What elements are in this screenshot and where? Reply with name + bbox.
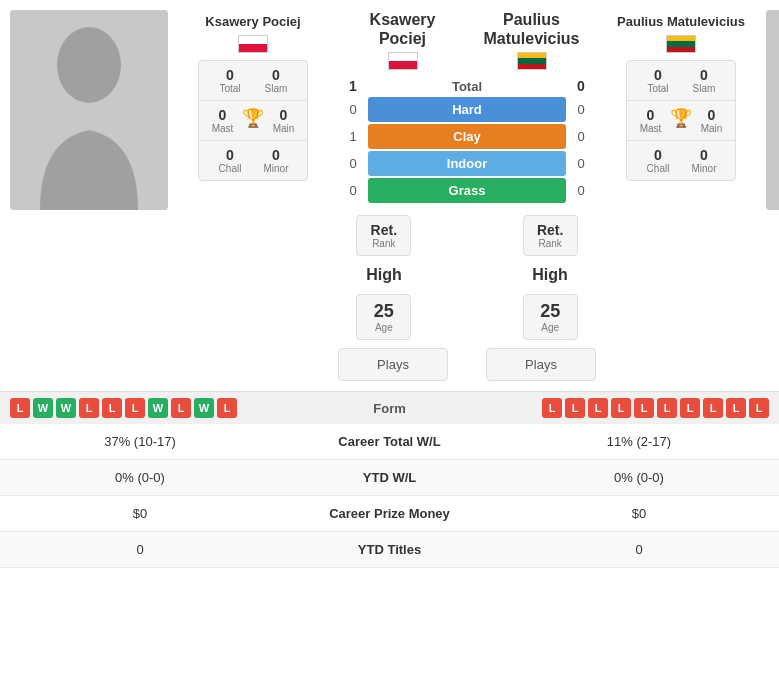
stats-row-2: $0 Career Prize Money $0 xyxy=(0,496,779,532)
surface-right-score: 0 xyxy=(566,183,596,198)
rank-right-box: Ret. Rank xyxy=(523,215,578,256)
player-right-total-cell: 0 Total xyxy=(635,67,681,94)
form-badges-right: LLLLLLLLLL xyxy=(542,398,769,418)
player-left-total-val: 0 xyxy=(226,67,234,83)
stats-row-1: 0% (0-0) YTD W/L 0% (0-0) xyxy=(0,460,779,496)
trophy-right-icon: 🏆 xyxy=(666,107,696,134)
form-badge-right: L xyxy=(588,398,608,418)
player-right-minor-lbl: Minor xyxy=(691,163,716,174)
surface-row-clay: 1 Clay 0 xyxy=(338,124,596,149)
form-badge-right: L xyxy=(749,398,769,418)
form-badge-right: L xyxy=(657,398,677,418)
player-right-mast-lbl: Mast xyxy=(640,123,662,134)
player-left-mast-val: 0 xyxy=(219,107,227,123)
rank-left-val: Ret. xyxy=(367,222,400,238)
surface-right-score: 0 xyxy=(566,102,596,117)
svg-rect-2 xyxy=(766,10,779,210)
player-left-slam-val: 0 xyxy=(272,67,280,83)
player-left-slam-cell: 0 Slam xyxy=(253,67,299,94)
player-right-main-lbl: Main xyxy=(701,123,723,134)
age-right-val: 25 xyxy=(534,301,567,322)
surface-row-grass: 0 Grass 0 xyxy=(338,178,596,203)
plays-right-box: Plays xyxy=(486,348,596,381)
player-left-main-lbl: Main xyxy=(273,123,295,134)
rank-high-row: Ret. Rank Ret. Rank xyxy=(338,211,596,256)
player-right-chall-cell: 0 Chall xyxy=(635,147,681,174)
player-left-minor-lbl: Minor xyxy=(263,163,288,174)
total-label: Total xyxy=(368,79,566,94)
player-right-slam-lbl: Slam xyxy=(693,83,716,94)
player-right-chall-lbl: Chall xyxy=(647,163,670,174)
surface-rows: 0 Hard 0 1 Clay 0 0 Indoor 0 0 Grass 0 xyxy=(338,97,596,205)
stat-right-val: $0 xyxy=(499,506,779,521)
player-left-stats-box: 0 Total 0 Slam 0 Mast 🏆 xyxy=(198,60,308,181)
stats-table: 37% (10-17) Career Total W/L 11% (2-17) … xyxy=(0,424,779,568)
player-left-mast-lbl: Mast xyxy=(212,123,234,134)
surface-btn[interactable]: Indoor xyxy=(368,151,566,176)
high-row: High High xyxy=(338,260,596,290)
player-left-chall-cell: 0 Chall xyxy=(207,147,253,174)
total-row: 1 Total 0 xyxy=(338,78,596,94)
player-right-mast-val: 0 xyxy=(647,107,655,123)
player-right-chall-val: 0 xyxy=(654,147,662,163)
form-badge-left: L xyxy=(217,398,237,418)
plays-left-box: Plays xyxy=(338,348,448,381)
form-badge-left: W xyxy=(56,398,76,418)
stat-right-val: 11% (2-17) xyxy=(499,434,779,449)
player-right-slam-cell: 0 Slam xyxy=(681,67,727,94)
player-right-photo xyxy=(766,10,779,210)
form-badge-right: L xyxy=(703,398,723,418)
stats-row-0: 37% (10-17) Career Total W/L 11% (2-17) xyxy=(0,424,779,460)
flag-pl-center xyxy=(388,52,418,70)
surface-left-score: 0 xyxy=(338,183,368,198)
player-left-total-cell: 0 Total xyxy=(207,67,253,94)
rank-right-lbl: Rank xyxy=(534,238,567,249)
top-section: Ksawery Pociej 0 Total 0 Slam xyxy=(0,0,779,381)
form-badge-left: L xyxy=(79,398,99,418)
form-badge-left: L xyxy=(102,398,122,418)
rank-left-lbl: Rank xyxy=(367,238,400,249)
player-names-row: Ksawery Pociej Paulius Matulevicius xyxy=(338,10,596,48)
player-right-info: Paulius Matulevicius 0 Total 0 Slam xyxy=(602,10,760,381)
svg-point-1 xyxy=(57,27,121,103)
player-left-slam-lbl: Slam xyxy=(265,83,288,94)
player-left-mast-cell: 0 Mast xyxy=(207,107,238,134)
player-right-mast-main-row: 0 Mast 🏆 0 Main xyxy=(627,101,735,141)
form-badge-right: L xyxy=(542,398,562,418)
form-badge-right: L xyxy=(611,398,631,418)
trophy-left-icon: 🏆 xyxy=(238,107,268,134)
player-right-flag xyxy=(666,35,696,56)
form-badge-left: W xyxy=(33,398,53,418)
stat-right-val: 0% (0-0) xyxy=(499,470,779,485)
player-right-slam-val: 0 xyxy=(700,67,708,83)
surface-btn[interactable]: Grass xyxy=(368,178,566,203)
flags-row xyxy=(338,52,596,70)
high-left: High xyxy=(356,260,412,290)
form-badge-left: W xyxy=(148,398,168,418)
player-left-chall-val: 0 xyxy=(226,147,234,163)
stat-label: Career Total W/L xyxy=(280,434,499,449)
surface-btn[interactable]: Clay xyxy=(368,124,566,149)
flag-lt-icon xyxy=(666,35,696,53)
total-right-score: 0 xyxy=(566,78,596,94)
rank-left-box: Ret. Rank xyxy=(356,215,411,256)
form-section: LWWLLLWLWL Form LLLLLLLLLL xyxy=(0,391,779,424)
stat-label: YTD Titles xyxy=(280,542,499,557)
player-right-stats-box: 0 Total 0 Slam 0 Mast 🏆 xyxy=(626,60,736,181)
player-left-minor-val: 0 xyxy=(272,147,280,163)
stat-left-val: 0 xyxy=(0,542,280,557)
surface-left-score: 0 xyxy=(338,156,368,171)
form-badge-left: L xyxy=(125,398,145,418)
player-left-total-slam-row: 0 Total 0 Slam xyxy=(199,61,307,101)
app-container: Ksawery Pociej 0 Total 0 Slam xyxy=(0,0,779,568)
surface-btn[interactable]: Hard xyxy=(368,97,566,122)
surface-left-score: 0 xyxy=(338,102,368,117)
player-right-total-val: 0 xyxy=(654,67,662,83)
player-left-chall-lbl: Chall xyxy=(219,163,242,174)
player-right-mast-cell: 0 Mast xyxy=(635,107,666,134)
player-right-minor-cell: 0 Minor xyxy=(681,147,727,174)
form-badge-right: L xyxy=(726,398,746,418)
player-left-total-lbl: Total xyxy=(219,83,240,94)
form-badge-left: L xyxy=(171,398,191,418)
player-left-mast-main-row: 0 Mast 🏆 0 Main xyxy=(199,101,307,141)
